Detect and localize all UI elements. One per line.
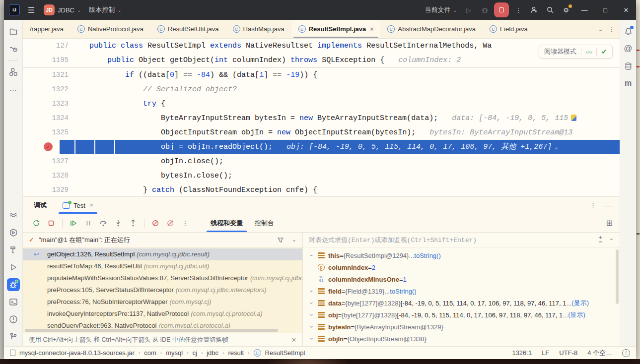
code-line-1328[interactable]: 1328 bytesIn.close(); <box>23 169 620 183</box>
settings-button[interactable]: ⚙ <box>559 2 573 17</box>
editor-tab--rapper-java[interactable]: /rapper.java <box>23 20 71 38</box>
expand-hint-icon[interactable]: ⌄ <box>555 144 558 150</box>
vcs-help-tool-button[interactable]: ? <box>7 42 20 55</box>
editor-tab-ResultSetImpl-java[interactable]: CResultSetImpl.java× <box>291 20 381 38</box>
stop-debug-button[interactable] <box>45 217 58 230</box>
code-line-1327[interactable]: 1327 objIn.close(); <box>23 154 620 169</box>
git-tool-button[interactable] <box>7 330 20 343</box>
add-watch-icon[interactable]: +∞ <box>598 235 602 244</box>
expand-chevron-icon[interactable]: › <box>309 323 315 331</box>
project-tool-button[interactable] <box>7 25 20 38</box>
step-over-button[interactable] <box>97 217 110 230</box>
inspections-icon[interactable]: 〰 <box>586 47 592 57</box>
variable-row-field[interactable]: ›field = {Field@1319} ... toString() <box>303 285 620 297</box>
structure-tool-button[interactable] <box>7 65 20 78</box>
services-tool-button[interactable] <box>7 226 20 239</box>
tab-threads-variables[interactable]: 线程和变量 <box>205 214 249 232</box>
rerun-button[interactable] <box>30 217 43 230</box>
stack-frame[interactable]: preProcess:105, ServerStatusDiffIntercep… <box>23 284 302 296</box>
no-problems-check-icon[interactable]: ✔ <box>601 48 607 56</box>
variable-row-columnIndex[interactable]: pcolumnIndex = 2 <box>303 261 620 273</box>
gutter-line-number[interactable]: 1327 <box>23 154 69 169</box>
maximize-button[interactable]: □ <box>595 0 615 20</box>
notifications-button[interactable] <box>622 25 635 38</box>
problems-tool-button[interactable] <box>7 313 20 326</box>
expand-chevron-icon[interactable]: › <box>309 335 315 343</box>
gutter-line-number[interactable]: 127 <box>23 39 69 53</box>
value-link[interactable]: (显示) <box>568 310 585 319</box>
step-out-button[interactable] <box>127 217 140 230</box>
code-line-1329[interactable]: 1329 } catch (ClassNotFoundException cnf… <box>23 183 620 196</box>
stop-button[interactable] <box>494 2 509 17</box>
minimize-button[interactable]: — <box>574 0 594 20</box>
step-into-button[interactable] <box>112 217 125 230</box>
variables-scrollbar[interactable] <box>616 249 619 304</box>
code-line-1325[interactable]: 1325 ObjectInputStream objIn = new Objec… <box>23 125 620 140</box>
variable-row-data[interactable]: ›data = {byte[1277]@1328} [-84, -19, 0, … <box>303 297 620 309</box>
stack-frame[interactable]: ↩getObject:1326, ResultSetImpl(com.mysql… <box>23 248 302 260</box>
encoding[interactable]: UTF-8 <box>559 349 577 357</box>
search-everywhere-button[interactable] <box>543 2 558 17</box>
value-link[interactable]: toString() <box>414 252 440 259</box>
stack-frame[interactable]: preProcess:76, NoSubInterceptorWrapper(c… <box>23 296 302 308</box>
breadcrumb-item[interactable]: cj <box>192 349 197 357</box>
code-line-1322[interactable]: 1322 // Serialized object? <box>23 82 620 97</box>
project-widget[interactable]: JD JDBC ⌄ <box>41 2 84 17</box>
frames-hscrollbar[interactable] <box>23 328 302 333</box>
hint-truncated-icon[interactable] <box>571 115 576 121</box>
tab-options-icon[interactable]: ⋮ <box>608 25 615 33</box>
variable-row-columnIndexMinusOne[interactable]: 1001columnIndexMinusOne = 1 <box>303 273 620 285</box>
more-debug-actions-icon[interactable]: ⋮ <box>179 217 192 230</box>
code-line-1323[interactable]: 1323 try { <box>23 97 620 111</box>
run-button[interactable]: ▷ <box>461 2 476 17</box>
thread-selector[interactable]: ✓ "main"@1 在组"main": 正在运行 ⌄ <box>23 233 302 247</box>
expand-chevron-icon[interactable]: › <box>309 299 315 307</box>
commits-tool-button[interactable] <box>7 209 20 222</box>
close-hint-icon[interactable]: ✕ <box>291 336 296 344</box>
chevron-down-icon[interactable]: ⌄ <box>292 237 296 243</box>
code-line-1321[interactable]: 1321 if ((data[0] == -84) && (data[1] ==… <box>23 68 620 82</box>
terminal-tool-button[interactable] <box>7 296 20 308</box>
variable-row-bytesIn[interactable]: ›bytesIn = {ByteArrayInputStream@1329} <box>303 321 620 333</box>
gutter-line-number[interactable]: 1321 <box>23 68 69 82</box>
expand-chevron-icon[interactable]: › <box>309 311 315 319</box>
line-ending[interactable]: LF <box>542 349 549 357</box>
gutter-line-number[interactable]: 1328 <box>23 169 69 183</box>
chevron-down-icon[interactable]: ⌄ <box>609 235 614 244</box>
code-line-1195[interactable]: 1195 public Object getObject(int columnI… <box>23 53 620 67</box>
expand-chevron-icon[interactable]: › <box>309 251 315 259</box>
hide-panel-icon[interactable]: — <box>605 202 612 209</box>
close-button[interactable]: ✕ <box>616 0 636 20</box>
tab-console[interactable]: 控制台 <box>249 214 280 232</box>
stack-frame[interactable]: sendQueryPacket:963, NativeProtocol(com.… <box>23 320 302 328</box>
view-breakpoints-button[interactable] <box>149 217 162 230</box>
build-tool-button[interactable] <box>7 243 20 256</box>
value-link[interactable]: toString() <box>390 288 416 295</box>
stack-frame[interactable]: resultSetToMap:46, ResultSetUtil(com.mys… <box>23 260 302 272</box>
pause-button[interactable] <box>82 217 95 230</box>
code-with-me-button[interactable] <box>527 2 542 17</box>
mute-breakpoints-button[interactable] <box>164 217 177 230</box>
stack-frame[interactable]: invokeQueryInterceptorsPre:1137, NativeP… <box>23 308 302 320</box>
debug-button[interactable] <box>477 2 492 17</box>
stack-frame[interactable]: populateMapWithSessionStatusValues:87, S… <box>23 272 302 284</box>
gutter-line-number[interactable]: 1329 <box>23 183 69 196</box>
code-editor[interactable]: 127public class ResultSetImpl extends Na… <box>23 39 620 196</box>
close-tab-icon[interactable]: × <box>370 26 373 33</box>
gutter-line-number[interactable]: 1324 <box>23 111 69 125</box>
breadcrumb-item[interactable]: mysql-connector-java-8.0.13-sources.jar <box>19 349 135 357</box>
gutter-line-number[interactable]: 1195 <box>23 53 69 67</box>
breadcrumb-item[interactable]: result <box>228 349 244 357</box>
reader-mode-label[interactable]: 阅读器模式 <box>544 47 576 56</box>
more-actions-button[interactable]: ⋮ <box>511 2 526 17</box>
maven-button[interactable]: m <box>622 77 635 90</box>
expand-chevron-icon[interactable]: › <box>309 287 315 295</box>
debug-options-icon[interactable]: ⋮ <box>590 202 596 209</box>
code-line-1324[interactable]: 1324 ByteArrayInputStream bytesIn = new … <box>23 111 620 125</box>
breadcrumb-item[interactable]: ResultSetImpl <box>265 349 305 357</box>
evaluate-expression-input[interactable]: 对表达式求值(Enter)或添加监视(Ctrl+Shift+Enter) +∞ … <box>303 233 620 247</box>
editor-tab-HashMap-java[interactable]: CHashMap.java <box>226 20 291 38</box>
breadcrumb-item[interactable]: com <box>144 349 156 357</box>
gutter-line-number[interactable]: 1325 <box>23 125 69 140</box>
editor-tab-AbstractMapDecorator-java[interactable]: CAbstractMapDecorator.java <box>380 20 483 38</box>
